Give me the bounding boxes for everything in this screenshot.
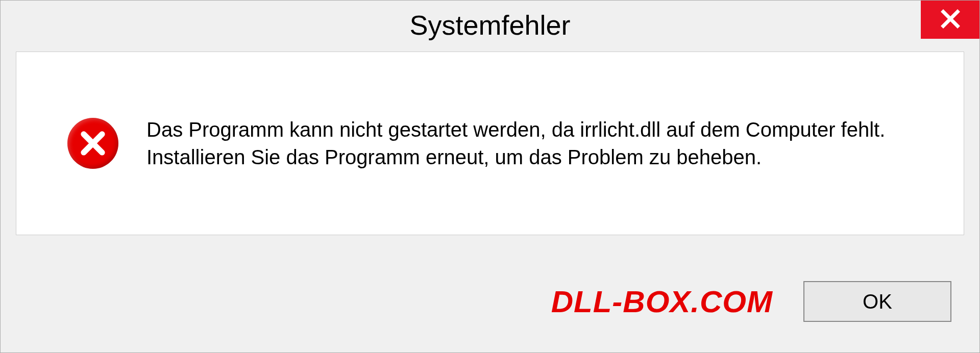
watermark-text: DLL-BOX.COM	[551, 284, 773, 319]
ok-button[interactable]: OK	[803, 281, 951, 322]
titlebar: Systemfehler	[1, 1, 979, 49]
close-icon	[940, 8, 961, 32]
dialog-footer: DLL-BOX.COM OK	[1, 250, 979, 352]
close-button[interactable]	[921, 1, 979, 39]
message-panel: Das Programm kann nicht gestartet werden…	[16, 52, 964, 235]
error-icon	[67, 118, 118, 169]
error-message: Das Programm kann nicht gestartet werden…	[146, 116, 933, 171]
dialog-title: Systemfehler	[409, 9, 570, 41]
